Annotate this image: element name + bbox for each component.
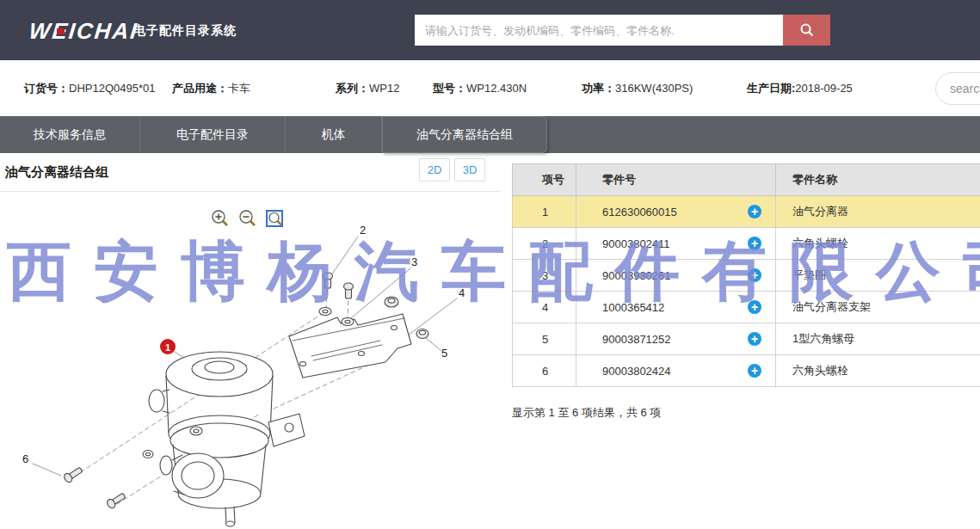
order-no-field: 订货号：DHP12Q0495*01 [24,81,155,96]
nav-tab-parts-catalog[interactable]: 电子配件目录 [140,116,286,153]
add-to-cart-icon[interactable]: + [748,300,761,314]
power-field: 功率：316KW(430PS) [582,81,693,96]
nav-tab-tech-service[interactable]: 技术服务信息 [0,116,140,153]
item-no-cell: 1 [513,196,576,228]
col-header-part-no: 零件号 [576,164,776,196]
callout-3-label[interactable]: 3 [411,255,417,268]
callout-6-label[interactable]: 6 [22,452,28,465]
nav-tab-oil-gas-separator-group[interactable]: 油气分离器结合组 [382,116,547,153]
part-no-cell: 90003802424 [602,365,671,378]
add-to-cart-icon[interactable]: + [748,268,761,282]
zoom-out-icon[interactable] [237,209,257,229]
logo-red-accent [57,28,65,34]
part-no-cell: 1000365412 [602,301,664,314]
part-name-cell: 油气分离器 [776,196,980,228]
callout-4-label[interactable]: 4 [459,286,465,299]
part-no-cell: 612630060015 [602,206,677,218]
table-row[interactable]: 4 1000365412+ 油气分离器支架 [513,292,980,323]
secondary-search-button[interactable]: search [935,72,980,105]
breadcrumb-nav-bar: 技术服务信息 电子配件目录 机体 油气分离器结合组 [0,116,980,153]
table-row[interactable]: 6 90003802424+ 六角头螺栓 [513,355,980,387]
zoom-in-icon[interactable] [210,209,230,229]
add-to-cart-icon[interactable]: + [748,237,761,250]
nav-tab-engine-block[interactable]: 机体 [286,116,382,153]
add-to-cart-icon[interactable]: + [748,364,761,378]
callout-1-label[interactable]: 1 [165,342,170,353]
search-icon [799,22,815,38]
table-row[interactable]: 3 90003930261+ 平垫圈 [513,260,980,292]
part-no-cell: 90003802411 [602,237,670,250]
series-field: 系列：WP12 [336,81,399,96]
part-name-cell: 1型六角螺母 [776,323,980,355]
table-row[interactable]: 2 90003802411+ 六角头螺栓 [513,228,980,260]
part-no-cell: 90003930261 [602,269,671,282]
app-window: WEICHAI 电子配件目录系统 订货号：DHP12Q0495*01 产品用途：… [0,0,980,529]
callout-2-label[interactable]: 2 [360,224,366,237]
add-to-cart-icon[interactable]: + [748,332,761,346]
table-row[interactable]: 5 90003871252+ 1型六角螺母 [513,323,980,355]
exploded-parts-diagram[interactable]: 1 2 3 4 5 6 [0,192,499,529]
parts-table: 项号 零件号 零件名称 1 612630060015+ 油气分离器 2 9000… [512,163,980,387]
item-no-cell: 6 [513,355,576,387]
model-field: 型号：WP12.430N [433,81,527,96]
view-3d-button[interactable]: 3D [454,158,485,181]
view-2d-button[interactable]: 2D [419,158,450,181]
parts-table-panel: 项号 零件号 零件名称 1 612630060015+ 油气分离器 2 9000… [512,163,980,387]
item-no-cell: 2 [513,228,576,260]
zoom-select-icon[interactable] [265,209,285,229]
table-header-row: 项号 零件号 零件名称 [513,164,980,196]
search-button[interactable] [783,15,830,46]
col-header-item-no: 项号 [513,164,576,196]
production-date-field: 生产日期:2018-09-25 [747,81,853,96]
product-use-field: 产品用途：卡车 [172,81,250,96]
item-no-cell: 3 [513,260,576,292]
part-name-cell: 六角头螺栓 [776,355,980,387]
add-to-cart-icon[interactable]: + [748,205,761,218]
table-row[interactable]: 1 612630060015+ 油气分离器 [513,196,980,228]
item-no-cell: 4 [513,292,576,323]
item-no-cell: 5 [513,323,576,355]
diagram-zoom-toolbar [210,209,285,229]
app-title: 电子配件目录系统 [133,23,237,39]
part-name-cell: 平垫圈 [776,260,980,292]
top-header-bar: WEICHAI 电子配件目录系统 [0,0,980,60]
part-name-cell: 油气分离器支架 [776,292,980,323]
callout-5-label[interactable]: 5 [441,347,447,360]
part-name-cell: 六角头螺栓 [776,228,980,260]
search-input[interactable] [415,15,783,46]
weichai-logo: WEICHAI [28,18,139,45]
col-header-part-name: 零件名称 [776,164,980,196]
page-title: 油气分离器结合组 [5,164,108,181]
global-search [415,15,830,46]
engine-info-bar: 订货号：DHP12Q0495*01 产品用途：卡车 系列：WP12 型号：WP1… [0,60,980,116]
table-results-summary: 显示第 1 至 6 项结果，共 6 项 [512,405,661,421]
part-no-cell: 90003871252 [602,333,671,346]
